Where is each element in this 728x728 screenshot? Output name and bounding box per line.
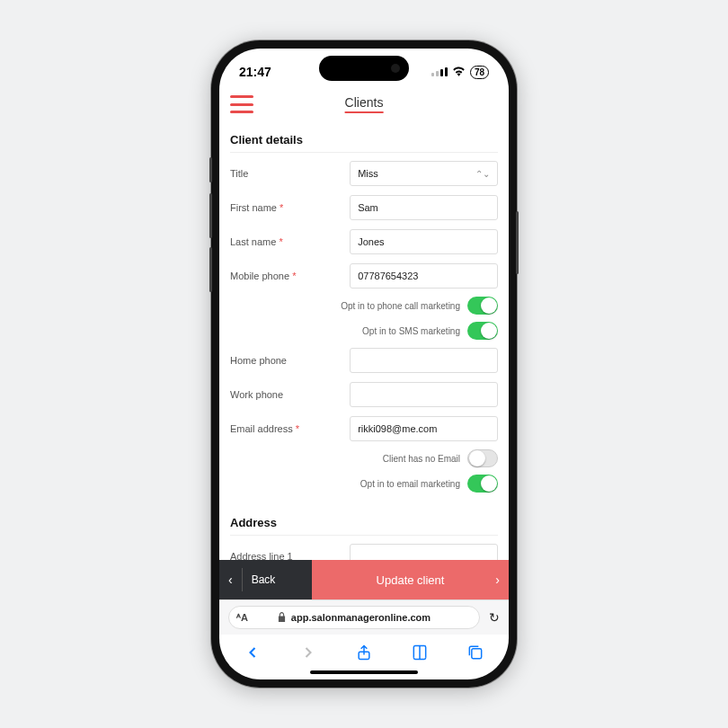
label-sms-marketing: Opt in to SMS marketing: [362, 326, 460, 336]
home-phone-input[interactable]: [350, 348, 498, 373]
address1-input[interactable]: [350, 544, 498, 560]
section-address: Address: [230, 507, 498, 536]
email-input[interactable]: [350, 416, 498, 441]
wifi-icon: [452, 65, 466, 79]
dynamic-island: [319, 56, 409, 81]
status-time: 21:47: [239, 65, 271, 79]
label-home-phone: Home phone: [230, 355, 342, 366]
first-name-input[interactable]: [350, 195, 498, 220]
toggle-phone-call-marketing[interactable]: [467, 297, 498, 315]
browser-forward-button[interactable]: [296, 640, 321, 665]
label-first-name: First name *: [230, 202, 342, 213]
home-indicator[interactable]: [310, 670, 418, 674]
last-name-input[interactable]: [350, 229, 498, 254]
browser-toolbar: [219, 635, 509, 667]
share-icon[interactable]: [351, 640, 377, 665]
bookmarks-icon[interactable]: [407, 640, 432, 665]
update-client-label: Update client: [377, 573, 445, 587]
toggle-email-marketing[interactable]: [467, 475, 498, 493]
cellular-icon: [431, 67, 448, 76]
label-email-marketing: Opt in to email marketing: [360, 479, 460, 489]
label-work-phone: Work phone: [230, 389, 342, 400]
tabs-icon[interactable]: [463, 640, 488, 665]
label-phone-call-marketing: Opt in to phone call marketing: [341, 301, 460, 311]
battery-indicator: 78: [470, 66, 489, 79]
menu-icon[interactable]: [230, 95, 253, 113]
url-text: app.salonmanageronline.com: [291, 612, 431, 623]
page-title: Clients: [345, 95, 384, 113]
mobile-phone-input[interactable]: [350, 263, 498, 289]
svg-rect-1: [472, 649, 482, 659]
label-address1: Address line 1: [230, 551, 342, 560]
title-select-value: Miss: [358, 168, 378, 179]
title-select[interactable]: Miss ⌃⌄: [350, 161, 498, 186]
app-header: Clients: [219, 88, 509, 119]
toggle-no-email[interactable]: [467, 449, 498, 467]
action-bar: ‹ Back Update client ›: [219, 560, 509, 599]
form-scroll-area[interactable]: Client details Title Miss ⌃⌄ First name …: [219, 119, 509, 560]
toggle-sms-marketing[interactable]: [467, 322, 498, 340]
label-mobile-phone: Mobile phone *: [230, 271, 342, 281]
url-field[interactable]: ᴬA app.salonmanageronline.com: [228, 606, 480, 629]
chevron-updown-icon: ⌃⌄: [475, 169, 490, 179]
label-last-name: Last name *: [230, 236, 342, 247]
update-client-button[interactable]: Update client ›: [312, 560, 509, 599]
refresh-icon[interactable]: ↻: [489, 610, 500, 625]
label-no-email: Client has no Email: [383, 454, 460, 464]
text-size-icon[interactable]: ᴬA: [236, 612, 248, 624]
lock-icon: [278, 612, 286, 624]
browser-back-button[interactable]: [240, 640, 265, 665]
browser-address-bar: ᴬA app.salonmanageronline.com ↻: [219, 599, 509, 635]
phone-frame: 21:47 78 Clients Client details: [211, 40, 517, 688]
back-button[interactable]: ‹ Back: [219, 560, 312, 599]
section-client-details: Client details: [230, 124, 498, 153]
chevron-right-icon: ›: [495, 573, 500, 587]
back-button-label: Back: [252, 573, 276, 586]
work-phone-input[interactable]: [350, 382, 498, 407]
label-email: Email address *: [230, 423, 342, 434]
chevron-left-icon: ‹: [228, 573, 233, 587]
label-title: Title: [230, 168, 342, 179]
